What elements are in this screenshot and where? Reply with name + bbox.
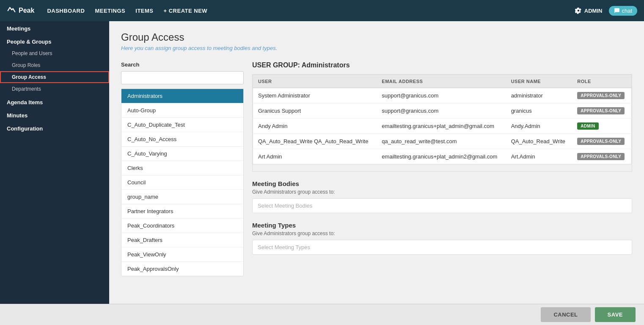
gear-icon: [575, 7, 582, 14]
cell-username-3: QA_Auto_Read_Write: [506, 134, 572, 149]
cell-username-0: administrator: [506, 88, 572, 103]
sidebar-item-departments[interactable]: Departments: [0, 83, 109, 95]
right-panel: USER GROUP: Administrators USER EMAIL AD…: [252, 61, 632, 276]
search-label: Search: [121, 61, 244, 68]
group-item-partner-integrators[interactable]: Partner Integrators: [121, 204, 243, 219]
cell-role-0: APPROVALS-ONLY: [572, 88, 631, 103]
page-subtitle: Here you can assign group access to meet…: [121, 45, 632, 51]
cell-email-1: support@granicus.com: [377, 103, 506, 119]
nav-meetings[interactable]: MEETINGS: [95, 8, 125, 14]
table-row: System Administrator support@granicus.co…: [253, 88, 632, 103]
meeting-bodies-subtext: Give Administrators group access to:: [252, 189, 632, 195]
col-username: USER NAME: [506, 75, 572, 88]
chat-icon: [614, 8, 620, 14]
cell-email-3: qa_auto_read_write@test.com: [377, 134, 506, 149]
meeting-bodies-select[interactable]: Select Meeting Bodies: [252, 198, 632, 213]
meeting-bodies-heading: Meeting Bodies: [252, 180, 632, 187]
cell-role-1: APPROVALS-ONLY: [572, 103, 631, 119]
group-item-peak-approvalsonly[interactable]: Peak_ApprovalsOnly: [121, 262, 243, 276]
sidebar-item-people-groups[interactable]: People & Groups: [0, 34, 109, 47]
col-role: ROLE: [572, 75, 631, 88]
cancel-button[interactable]: CANCEL: [541, 307, 590, 322]
group-item-c-auto-varying[interactable]: C_Auto_Varying: [121, 147, 243, 161]
search-input[interactable]: [121, 71, 244, 84]
group-item-clerks[interactable]: Clerks: [121, 161, 243, 175]
cell-username-2: Andy.Admin: [506, 119, 572, 134]
content-area: Search Administrators Auto-Group C_Auto_…: [121, 61, 632, 276]
sidebar-item-group-access[interactable]: Group Access: [0, 71, 109, 83]
page-title: Group Access: [121, 31, 632, 43]
cell-role-2: ADMIN: [572, 119, 631, 134]
main-content: Guide Me Group Access Here you can assig…: [109, 21, 644, 325]
group-item-council[interactable]: Council: [121, 175, 243, 190]
nav-items[interactable]: ITEMS: [135, 8, 153, 14]
col-user: USER: [253, 75, 377, 88]
sidebar-item-minutes[interactable]: Minutes: [0, 108, 109, 121]
left-panel: Search Administrators Auto-Group C_Auto_…: [121, 61, 244, 276]
group-item-peak-drafters[interactable]: Peak_Drafters: [121, 233, 243, 247]
table-row: Granicus Support support@granicus.com gr…: [253, 103, 632, 119]
table-row: Andy Admin emailtesting.granicus+plat_ad…: [253, 119, 632, 134]
save-button[interactable]: SAVE: [595, 307, 636, 322]
nav-create-new[interactable]: + CREATE NEW: [164, 8, 208, 14]
user-group-title: USER GROUP: Administrators: [252, 61, 632, 69]
bottom-bar: CANCEL SAVE: [0, 304, 644, 325]
cell-user-3: QA_Auto_Read_Write QA_Auto_Read_Write: [253, 134, 377, 149]
right-nav: ADMIN chat: [575, 6, 637, 16]
user-table: USER EMAIL ADDRESS USER NAME ROLE System…: [253, 75, 632, 164]
user-table-container: USER EMAIL ADDRESS USER NAME ROLE System…: [252, 74, 632, 172]
admin-label: ADMIN: [584, 8, 603, 14]
group-item-group-name[interactable]: group_name: [121, 190, 243, 204]
sidebar-item-configuration[interactable]: Configuration: [0, 121, 109, 134]
meeting-types-heading: Meeting Types: [252, 222, 632, 229]
cell-email-2: emailtesting.granicus+plat_admin@gmail.c…: [377, 119, 506, 134]
cell-user-0: System Administrator: [253, 88, 377, 103]
group-item-auto-group[interactable]: Auto-Group: [121, 103, 243, 118]
group-item-c-auto-duplicate[interactable]: C_Auto_Duplicate_Test: [121, 118, 243, 132]
sidebar-item-group-roles[interactable]: Group Roles: [0, 59, 109, 71]
main-layout: Meetings People & Groups People and User…: [0, 21, 644, 325]
col-email: EMAIL ADDRESS: [377, 75, 506, 88]
cell-email-0: support@granicus.com: [377, 88, 506, 103]
cell-user-2: Andy Admin: [253, 119, 377, 134]
meeting-types-select[interactable]: Select Meeting Types: [252, 240, 632, 255]
nav-dashboard[interactable]: DASHBOARD: [47, 8, 85, 14]
user-table-body: System Administrator support@granicus.co…: [253, 88, 632, 164]
cell-username-4: Art.Admin: [506, 149, 572, 164]
sidebar-item-people-users[interactable]: People and Users: [0, 47, 109, 59]
sidebar-item-agenda-items[interactable]: Agenda Items: [0, 95, 109, 108]
admin-button[interactable]: ADMIN: [575, 7, 603, 14]
logo-text: Peak: [19, 7, 34, 14]
group-item-administrators[interactable]: Administrators: [121, 89, 243, 103]
chat-button[interactable]: chat: [609, 6, 637, 16]
cell-email-4: emailtesting.granicus+plat_admin2@gmail.…: [377, 149, 506, 164]
cell-role-3: APPROVALS-ONLY: [572, 134, 631, 149]
top-navigation: Peak DASHBOARD MEETINGS ITEMS + CREATE N…: [0, 0, 644, 21]
sidebar-item-meetings[interactable]: Meetings: [0, 21, 109, 34]
cell-role-4: APPROVALS-ONLY: [572, 149, 631, 164]
app-logo[interactable]: Peak: [7, 6, 34, 15]
group-item-c-auto-no-access[interactable]: C_Auto_No_Access: [121, 132, 243, 147]
logo-icon: [7, 6, 16, 15]
chat-label: chat: [622, 8, 632, 14]
table-row: QA_Auto_Read_Write QA_Auto_Read_Write qa…: [253, 134, 632, 149]
table-header-row: USER EMAIL ADDRESS USER NAME ROLE: [253, 75, 632, 88]
nav-links: DASHBOARD MEETINGS ITEMS + CREATE NEW: [47, 8, 575, 14]
sidebar: Meetings People & Groups People and User…: [0, 21, 109, 325]
group-list: Administrators Auto-Group C_Auto_Duplica…: [121, 89, 244, 276]
meeting-types-subtext: Give Administrators group access to:: [252, 231, 632, 236]
cell-user-1: Granicus Support: [253, 103, 377, 119]
cell-user-4: Art Admin: [253, 149, 377, 164]
group-item-peak-coordinators[interactable]: Peak_Coordinators: [121, 219, 243, 233]
cell-username-1: granicus: [506, 103, 572, 119]
group-item-peak-viewonly[interactable]: Peak_ViewOnly: [121, 247, 243, 262]
table-row: Art Admin emailtesting.granicus+plat_adm…: [253, 149, 632, 164]
